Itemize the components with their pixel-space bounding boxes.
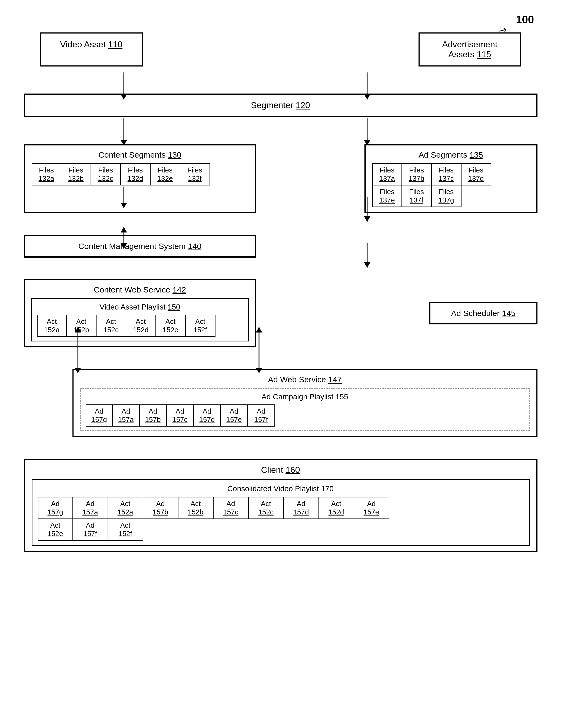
segments-row: Content Segments 130 Files132a Files132b… (24, 144, 537, 213)
ad-item: Ad157f (248, 404, 275, 427)
client-row: Client 160 Consolidated Video Playlist 1… (24, 459, 537, 552)
act-item: Act152f (186, 315, 215, 337)
ad-campaign-playlist-box: Ad Campaign Playlist 155 Ad157g Ad157a A… (80, 388, 530, 431)
files-item: Files132b (61, 163, 91, 185)
content-files-row: Files132a Files132b Files132c Files132d … (32, 163, 248, 185)
ad-scheduler-box: Ad Scheduler 145 (429, 302, 537, 324)
ad-assets-box: AdvertisementAssets 115 (419, 32, 521, 67)
files-item: Files137g (432, 185, 462, 207)
svg-marker-16 (364, 262, 370, 268)
ad-item: Ad157d (194, 404, 221, 427)
ad-item: Ad157g (86, 404, 113, 427)
files-item: Files132f (180, 163, 210, 185)
files-item: Files132c (91, 163, 121, 185)
act-item: Act152b (67, 315, 97, 337)
playlist-item: Ad157b (143, 497, 178, 519)
act-item: Act152a (37, 315, 67, 337)
ad-web-service-box: Ad Web Service 147 Ad Campaign Playlist … (72, 369, 537, 437)
playlist-item: Act152a (108, 497, 143, 519)
client-box: Client 160 Consolidated Video Playlist 1… (24, 459, 537, 552)
top-row: Video Asset 110 AdvertisementAssets 115 (24, 32, 537, 67)
playlist-item: Act152d (319, 497, 354, 519)
playlist-item: Act152f (108, 518, 143, 541)
playlist-row1: Ad157g Ad157a Act152a Ad157b Act152b Ad1… (38, 497, 523, 519)
ad-segments-box: Ad Segments 135 Files137a Files137b File… (364, 144, 537, 213)
segmenter-row: Segmenter 120 (24, 94, 537, 117)
files-item: Files132d (121, 163, 151, 185)
act-item: Act152c (97, 315, 126, 337)
playlist-item: Ad157a (73, 497, 108, 519)
files-item: Files132e (151, 163, 180, 185)
files-item: Files132a (32, 163, 61, 185)
ref-number: 100 (516, 14, 534, 26)
files-item: Files137d (462, 163, 491, 185)
webservice-row: Content Web Service 142 Video Asset Play… (24, 279, 537, 347)
ad-item: Ad157b (140, 404, 167, 427)
cms-row: Content Management System 140 (24, 235, 256, 258)
ad-files-row1: Files137a Files137b Files137c Files137d (372, 163, 530, 185)
playlist-item: Ad157d (284, 497, 319, 519)
playlist-row2: Act152e Ad157f Act152f (38, 518, 523, 541)
files-item: Files137f (402, 185, 432, 207)
video-asset-box: Video Asset 110 (40, 32, 143, 67)
files-item: Files137a (372, 163, 402, 185)
main-diagram: Video Asset 110 AdvertisementAssets 115 … (24, 32, 537, 552)
ad-files-row2: Files137e Files137f Files137g (372, 185, 530, 207)
playlist-item: Act152e (38, 518, 73, 541)
content-segments-box: Content Segments 130 Files132a Files132b… (24, 144, 256, 213)
ad-item: Ad157c (167, 404, 194, 427)
act-row: Act152a Act152b Act152c Act152d Act152e … (37, 315, 243, 337)
files-item: Files137c (432, 163, 462, 185)
ad-item: Ad157a (113, 404, 140, 427)
ad-webservice-row: Ad Web Service 147 Ad Campaign Playlist … (24, 369, 537, 437)
cms-box: Content Management System 140 (24, 235, 256, 258)
playlist-item: Act152b (178, 497, 214, 519)
diagram-container: 100 ↗ (0, 0, 561, 728)
act-item: Act152e (156, 315, 186, 337)
svg-marker-14 (364, 216, 370, 222)
svg-marker-12 (121, 227, 127, 232)
video-asset-playlist-box: Video Asset Playlist 150 Act152a Act152b… (31, 298, 249, 341)
playlist-item: Ad157f (73, 518, 108, 541)
playlist-item: Act152c (249, 497, 284, 519)
files-item: Files137b (402, 163, 432, 185)
act-item: Act152d (126, 315, 156, 337)
files-item: Files137e (372, 185, 402, 207)
content-web-service-box: Content Web Service 142 Video Asset Play… (24, 279, 256, 347)
playlist-item: Ad157e (354, 497, 389, 519)
segmenter-box: Segmenter 120 (24, 94, 537, 117)
playlist-item: Ad157g (38, 497, 73, 519)
ad-campaign-row: Ad157g Ad157a Ad157b Ad157c Ad157d Ad157… (86, 404, 524, 427)
consolidated-playlist-box: Consolidated Video Playlist 170 Ad157g A… (32, 479, 530, 546)
playlist-item: Ad157c (214, 497, 249, 519)
ad-item: Ad157e (221, 404, 248, 427)
